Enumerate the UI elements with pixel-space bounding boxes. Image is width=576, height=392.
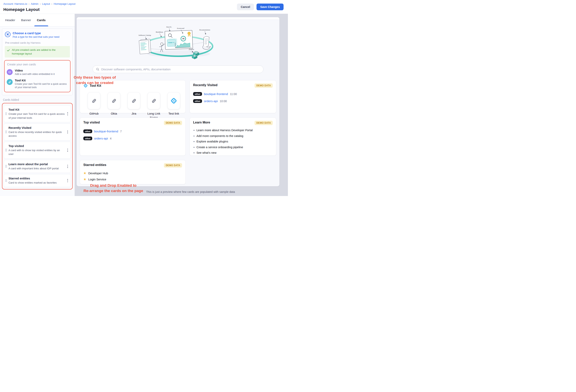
homepage-preview-panel: 75: [77, 17, 279, 186]
toolkit-link-long-link-name[interactable]: Long Link Name: [145, 92, 162, 120]
choose-card-type-subtitle: Pick a type for the card that suits your…: [13, 35, 59, 38]
video-option-desc: Add a card with video embedded in it: [15, 72, 55, 76]
illustration-label-software-catalog: Software Catalog: [138, 34, 151, 36]
card-title: Tool Kit: [90, 84, 101, 88]
tool-label: Test link: [169, 112, 179, 116]
kebab-menu-icon[interactable]: [66, 148, 69, 152]
tool-label: Okta: [111, 112, 117, 116]
entity-link[interactable]: boutique-frontend: [204, 92, 228, 96]
tab-header[interactable]: Header: [5, 14, 15, 26]
entity-link[interactable]: orders-api: [94, 137, 108, 140]
starred-entity-name: Developer Hub: [88, 172, 108, 175]
precreated-cards-label: Pre-created cards by Harness: [5, 41, 70, 44]
illustration-label-documentation: Documentation: [199, 29, 210, 31]
breadcrumb-account-link[interactable]: Account: Harness.io: [3, 2, 27, 5]
added-card-starred[interactable]: Starred entities Card to show entities m…: [4, 174, 71, 187]
diamond-logo-icon: [83, 83, 88, 88]
preview-card-toolkit: Tool Kit GitHub Okta: [80, 80, 186, 113]
card-title: Learn More: [193, 121, 210, 124]
added-card-learn-more[interactable]: Learn more about the portal A card with …: [4, 160, 71, 173]
entity-row: other orders-api 10:00: [193, 99, 273, 103]
learn-more-item[interactable]: See what's new: [193, 151, 273, 154]
illustration-label-workflows: Workflows: [155, 31, 163, 33]
save-changes-button[interactable]: Save Changes: [257, 3, 284, 10]
illustration-label-plugins: Plugins: [189, 48, 194, 50]
entity-count: 7: [120, 130, 122, 133]
demo-data-badge: DEMO DATA: [164, 163, 182, 168]
drag-handle-icon[interactable]: [5, 179, 7, 182]
card-title: Top visited: [83, 121, 100, 124]
toolkit-link-github[interactable]: GitHub: [86, 92, 102, 120]
video-option-title: Video: [15, 69, 55, 72]
added-card-title: Starred entities: [8, 177, 65, 180]
tool-label: GitHub: [89, 112, 99, 116]
tool-tile: [128, 92, 140, 109]
search-input[interactable]: [101, 68, 260, 71]
entity-count: 4: [110, 137, 112, 140]
starred-entity-login-service[interactable]: ★ Login Service: [83, 178, 182, 181]
discover-search-bar: [93, 65, 264, 73]
toolkit-link-test-link[interactable]: Test link: [166, 92, 182, 120]
learn-more-item[interactable]: Explore available plugins: [193, 140, 273, 143]
kebab-menu-icon[interactable]: [66, 178, 69, 183]
check-icon: [7, 49, 10, 52]
card-type-option-video[interactable]: Video Add a card with video embedded in …: [7, 69, 68, 76]
tool-tile: [88, 92, 100, 109]
entity-link[interactable]: orders-api: [204, 99, 218, 103]
cards-config-sidebar: Header Banner Cards Choose a card type P…: [0, 14, 75, 196]
added-card-top-visited[interactable]: Top visited A card with to show top visi…: [4, 142, 71, 159]
breadcrumb-admin-link[interactable]: Admin: [31, 2, 38, 5]
learn-more-item[interactable]: Create a service onboarding pipeline: [193, 146, 273, 149]
diamond-logo-icon: [170, 97, 177, 104]
video-icon: [7, 69, 13, 75]
breadcrumb-layout-link[interactable]: Layout: [42, 2, 50, 5]
search-icon: [96, 68, 99, 71]
create-own-cards-label: Create your own cards: [7, 63, 68, 66]
tool-tile: [147, 92, 160, 109]
drag-handle-icon[interactable]: [5, 131, 7, 133]
added-card-desc: Card to show entities marked as favorite…: [8, 181, 65, 184]
preview-card-learn-more: Learn More DEMO DATA Learn more about Ha…: [190, 118, 276, 156]
homepage-preview-region: 75: [75, 14, 288, 196]
entity-kind-tag: other: [83, 137, 92, 140]
drag-handle-icon[interactable]: [5, 165, 7, 168]
success-message: All pre-created cards are added to the h…: [12, 48, 68, 56]
precreated-success-banner: All pre-created cards are added to the h…: [5, 46, 70, 58]
tab-banner[interactable]: Banner: [21, 14, 31, 26]
added-card-toolkit[interactable]: Tool Kit Create your own Tool Kit card f…: [4, 105, 71, 122]
preview-card-starred-entities: Starred entities DEMO DATA ★ Developer H…: [80, 160, 186, 184]
drag-handle-icon[interactable]: [5, 149, 7, 151]
learn-more-item[interactable]: Learn more about Harness Developer Porta…: [193, 129, 273, 132]
cards-added-list: Tool Kit Create your own Tool Kit card f…: [2, 103, 73, 189]
added-card-desc: Create your own Tool Kit card for a quic…: [8, 112, 65, 120]
kebab-menu-icon[interactable]: [66, 130, 69, 134]
choose-card-type-title: Choose a card type: [13, 31, 59, 35]
breadcrumb-current[interactable]: Homepage Layout: [54, 2, 75, 5]
entity-link[interactable]: boutique-frontend: [94, 130, 118, 133]
toolkit-option-title: Tool Kit: [15, 79, 68, 82]
demo-data-badge: DEMO DATA: [255, 121, 273, 125]
starred-entity-name: Login Service: [88, 178, 106, 181]
breadcrumb-separator: ›: [40, 2, 40, 5]
learn-more-item[interactable]: Add more components to the catalog: [193, 134, 273, 138]
create-own-cards-section: Create your own cards Video Add a card w…: [4, 60, 70, 92]
breadcrumb-separator: ›: [29, 2, 29, 5]
page-title: Homepage Layout: [3, 7, 75, 12]
link-icon: [91, 98, 97, 104]
kebab-menu-icon[interactable]: [66, 164, 69, 169]
tab-cards[interactable]: Cards: [37, 14, 46, 26]
added-card-title: Recently Visited: [8, 126, 65, 129]
preview-card-recently-visited: Recently Visited DEMO DATA other boutiqu…: [190, 80, 276, 113]
starred-entity-developer-hub[interactable]: ★ Developer Hub: [83, 172, 182, 175]
toolkit-link-okta[interactable]: Okta: [106, 92, 122, 120]
drag-handle-icon[interactable]: [5, 112, 7, 115]
kebab-menu-icon[interactable]: [66, 111, 69, 116]
added-card-recently-visited[interactable]: Recently Visited Card to show recently v…: [4, 123, 71, 141]
card-type-option-toolkit[interactable]: Tool Kit Create your own Tool Kit card f…: [7, 79, 68, 89]
cancel-button[interactable]: Cancel: [237, 3, 254, 10]
choose-card-type-panel: Choose a card type Pick a type for the c…: [2, 29, 73, 95]
card-title: Starred entities: [83, 163, 106, 167]
entity-time: 11:00: [230, 92, 237, 96]
added-card-desc: A card with to show top visited entities…: [8, 148, 65, 156]
toolkit-link-jira[interactable]: Jira: [126, 92, 142, 120]
